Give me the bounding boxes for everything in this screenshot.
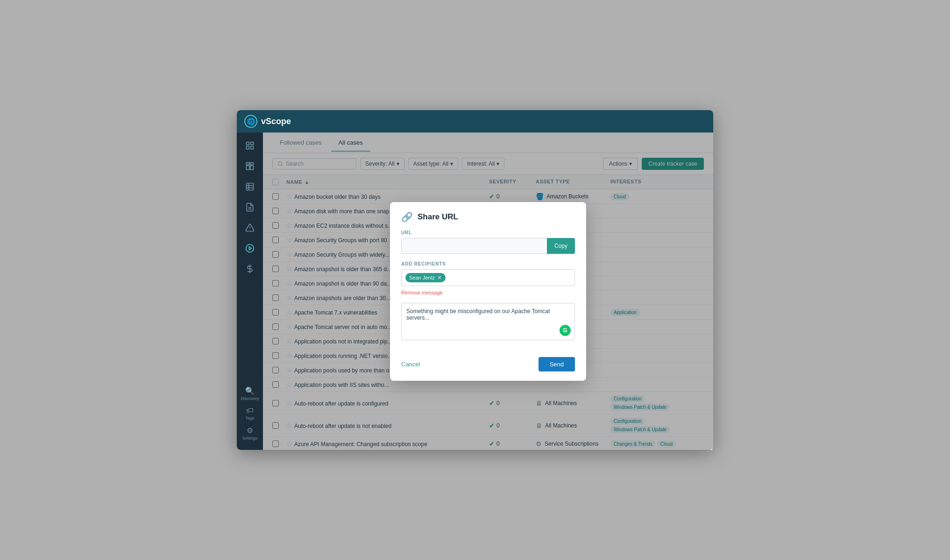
sidebar-icon-play[interactable] (241, 239, 259, 258)
url-field: Copy (401, 238, 575, 254)
recipient-name: Sean Jentz (409, 275, 435, 280)
app-title: vScope (261, 117, 291, 126)
logo-icon: 🌐 (244, 115, 257, 128)
tags-label: Tags (245, 416, 254, 420)
modal-header: 🔗 Share URL (390, 202, 586, 230)
remove-message-link[interactable]: Remove message (401, 290, 443, 295)
modal-body: URL Copy ADD RECIPIENTS Sean Jentz ✕ (390, 230, 586, 357)
content-area: Followed cases All cases Search Severity… (263, 133, 713, 450)
modal-title: Share URL (418, 212, 458, 222)
sidebar: 🔍 Discovery 🏷 Tags ⚙ Settings (237, 133, 263, 450)
modal-footer: Cancel Send (390, 357, 586, 381)
share-url-modal: 🔗 Share URL URL Copy ADD RECIPIENTS Sean… (390, 202, 586, 381)
sidebar-icon-dashboard[interactable] (241, 157, 259, 175)
message-area[interactable]: Something might be misconfigured on our … (401, 303, 575, 340)
sidebar-item-discovery[interactable]: 🔍 Discovery (239, 385, 261, 403)
svg-rect-5 (250, 163, 254, 165)
svg-rect-7 (250, 166, 254, 169)
discovery-icon: 🔍 (245, 386, 255, 395)
svg-rect-1 (251, 142, 254, 145)
svg-rect-8 (247, 183, 254, 190)
svg-rect-4 (247, 163, 250, 165)
settings-label: Settings (242, 436, 258, 441)
recipient-tag: Sean Jentz ✕ (405, 273, 446, 282)
logo-area: 🌐 vScope (244, 115, 291, 128)
svg-rect-3 (251, 147, 254, 149)
sidebar-bottom: 🔍 Discovery 🏷 Tags ⚙ Settings (239, 385, 261, 446)
recipients-field-label: ADD RECIPIENTS (401, 261, 575, 266)
cancel-button[interactable]: Cancel (401, 361, 420, 368)
modal-overlay: 🔗 Share URL URL Copy ADD RECIPIENTS Sean… (263, 133, 713, 450)
sidebar-item-tags[interactable]: 🏷 Tags (243, 405, 256, 422)
copy-button[interactable]: Copy (547, 238, 575, 254)
settings-icon: ⚙ (247, 426, 253, 435)
url-field-label: URL (401, 230, 575, 235)
sidebar-icon-cases[interactable] (241, 198, 259, 217)
tags-icon: 🏷 (246, 406, 254, 415)
sidebar-icon-alert[interactable] (241, 218, 259, 237)
link-icon: 🔗 (401, 211, 413, 223)
app-window: 🌐 vScope (237, 110, 713, 450)
svg-rect-2 (247, 147, 249, 149)
send-button[interactable]: Send (539, 357, 575, 371)
recipients-field[interactable]: Sean Jentz ✕ (401, 269, 575, 286)
message-text: Something might be misconfigured on our … (406, 308, 550, 321)
svg-marker-17 (249, 247, 251, 250)
grammarly-icon: G (560, 325, 571, 336)
discovery-label: Discovery (241, 396, 259, 401)
svg-rect-6 (247, 166, 250, 169)
top-nav: 🌐 vScope (237, 110, 713, 133)
svg-rect-0 (247, 142, 249, 145)
main-layout: 🔍 Discovery 🏷 Tags ⚙ Settings Followed c… (237, 133, 713, 450)
sidebar-icon-layers[interactable] (241, 136, 259, 155)
sidebar-icon-table[interactable] (241, 177, 259, 196)
url-input[interactable] (401, 238, 547, 254)
sidebar-item-settings[interactable]: ⚙ Settings (241, 424, 260, 442)
sidebar-icon-dollar[interactable] (241, 259, 259, 278)
remove-recipient-button[interactable]: ✕ (437, 274, 442, 281)
svg-point-16 (246, 245, 254, 252)
